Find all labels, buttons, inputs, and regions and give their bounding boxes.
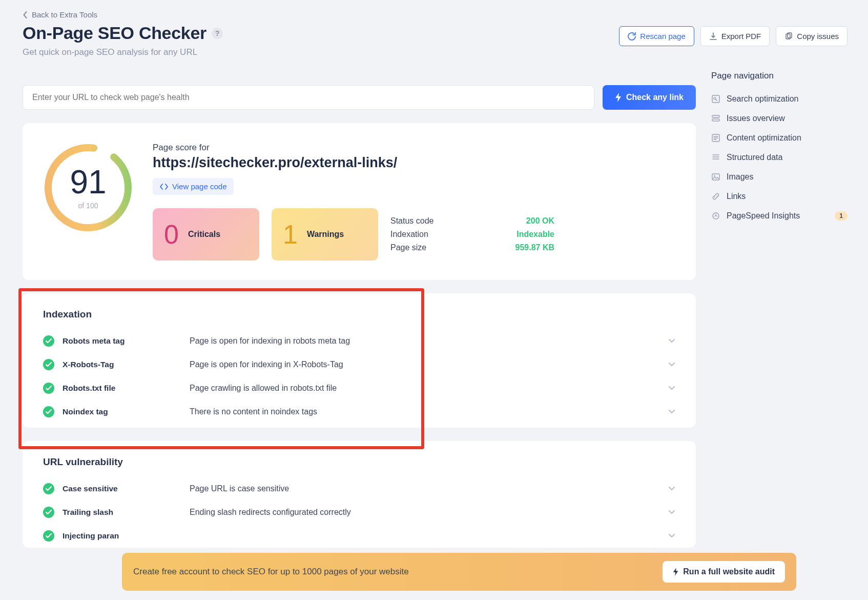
check-label: X-Robots-Tag xyxy=(63,360,181,369)
nav-item-label: PageSpeed Insights xyxy=(727,211,800,221)
nav-icon xyxy=(711,172,720,182)
download-icon xyxy=(709,32,717,41)
nav-icon xyxy=(711,114,720,123)
chevron-down-icon xyxy=(668,532,675,540)
check-desc: Page URL is case sensitive xyxy=(190,484,660,493)
svg-rect-9 xyxy=(712,174,719,180)
copy-issues-button[interactable]: Copy issues xyxy=(776,26,848,46)
svg-rect-6 xyxy=(712,115,719,117)
page-subtitle: Get quick on-page SEO analysis for any U… xyxy=(23,47,223,57)
check-label: Trailing slash xyxy=(63,508,181,517)
check-icon xyxy=(43,507,54,518)
refresh-icon xyxy=(628,32,636,41)
check-row[interactable]: Robots meta tag Page is open for indexin… xyxy=(43,329,675,353)
lightning-icon xyxy=(673,568,679,576)
score-url: https://sitechecker.pro/external-links/ xyxy=(153,155,675,171)
nav-icon xyxy=(711,211,720,221)
nav-item-label: Images xyxy=(727,172,753,182)
nav-item-label: Content optimization xyxy=(727,133,801,143)
chevron-down-icon xyxy=(668,337,675,345)
nav-badge: 1 xyxy=(835,211,848,221)
check-label: Robots meta tag xyxy=(63,336,181,346)
view-page-code-button[interactable]: View page code xyxy=(153,178,234,195)
check-desc: There is no content in noindex tags xyxy=(190,407,660,416)
url-input[interactable] xyxy=(23,85,594,110)
chevron-down-icon xyxy=(668,361,675,369)
nav-icon xyxy=(711,94,720,104)
chevron-down-icon xyxy=(668,408,675,416)
section-title-url-vuln: URL vulnerability xyxy=(43,456,675,468)
score-label: Page score for xyxy=(153,143,675,153)
nav-item[interactable]: Content optimization xyxy=(711,128,848,148)
check-row[interactable]: Injecting paran xyxy=(43,524,675,548)
check-desc: Page is open for indexing in robots meta… xyxy=(190,336,660,346)
check-icon xyxy=(43,483,54,494)
nav-title: Page navigation xyxy=(711,71,848,81)
nav-item-label: Search optimization xyxy=(727,94,799,104)
back-link[interactable]: Back to Extra Tools xyxy=(23,6,97,21)
nav-item[interactable]: Structured data xyxy=(711,148,848,167)
check-row[interactable]: Noindex tag There is no content in noind… xyxy=(43,400,675,424)
criticals-box[interactable]: 0 Criticals xyxy=(153,208,259,261)
check-desc: Page is open for indexing in X-Robots-Ta… xyxy=(190,360,660,369)
check-icon xyxy=(43,530,54,542)
section-title-indexation: Indexation xyxy=(43,309,675,320)
help-icon[interactable]: ? xyxy=(212,28,223,39)
copy-icon xyxy=(784,32,793,41)
nav-item[interactable]: Links xyxy=(711,187,848,206)
rescan-button[interactable]: Rescan page xyxy=(619,26,694,46)
back-link-label: Back to Extra Tools xyxy=(32,10,97,19)
cta-text: Create free account to check SEO for up … xyxy=(133,567,409,577)
score-of: of 100 xyxy=(78,202,98,210)
check-row[interactable]: Case sensitive Page URL is case sensitiv… xyxy=(43,477,675,501)
cta-bar: Create free account to check SEO for up … xyxy=(122,553,796,591)
check-icon xyxy=(43,383,54,394)
export-pdf-button[interactable]: Export PDF xyxy=(700,26,770,46)
warnings-box[interactable]: 1 Warnings xyxy=(272,208,378,261)
nav-item-label: Structured data xyxy=(727,153,782,162)
check-desc: Ending slash redirects configurated corr… xyxy=(190,508,660,517)
svg-rect-7 xyxy=(712,119,719,121)
nav-icon xyxy=(711,153,720,162)
check-link-button[interactable]: Check any link xyxy=(603,85,696,110)
chevron-left-icon xyxy=(23,11,28,18)
check-row[interactable]: X-Robots-Tag Page is open for indexing i… xyxy=(43,353,675,376)
check-icon xyxy=(43,406,54,417)
check-label: Case sensitive xyxy=(63,484,181,493)
score-card: 91 of 100 Page score for https://siteche… xyxy=(23,123,696,280)
check-icon xyxy=(43,335,54,347)
check-icon xyxy=(43,359,54,370)
nav-item[interactable]: PageSpeed Insights 1 xyxy=(711,206,848,226)
score-value: 91 xyxy=(70,166,106,198)
check-row[interactable]: Robots.txt file Page crawling is allowed… xyxy=(43,376,675,400)
status-grid: Status code200 OK IndexationIndexable Pa… xyxy=(390,208,554,261)
check-desc: Page crawling is allowed in robots.txt f… xyxy=(190,384,660,393)
check-row[interactable]: Trailing slash Ending slash redirects co… xyxy=(43,501,675,524)
check-label: Robots.txt file xyxy=(63,384,181,393)
url-vulnerability-card: URL vulnerability Case sensitive Page UR… xyxy=(23,441,696,548)
nav-item[interactable]: Search optimization xyxy=(711,89,848,109)
page-navigation: Page navigation Search optimization Issu… xyxy=(711,71,848,226)
page-title: On-Page SEO Checker ? xyxy=(23,23,223,43)
indexation-card: Indexation Robots meta tag Page is open … xyxy=(23,293,696,428)
lightning-icon xyxy=(615,93,622,102)
svg-point-5 xyxy=(714,97,716,99)
chevron-down-icon xyxy=(668,485,675,493)
nav-icon xyxy=(711,133,720,143)
nav-item-label: Issues overview xyxy=(727,114,785,123)
check-label: Noindex tag xyxy=(63,407,181,416)
chevron-down-icon xyxy=(668,384,675,392)
nav-icon xyxy=(711,192,720,201)
chevron-down-icon xyxy=(668,508,675,516)
check-label: Injecting paran xyxy=(63,531,181,541)
svg-point-10 xyxy=(714,175,715,177)
nav-item-label: Links xyxy=(727,192,746,201)
nav-item[interactable]: Issues overview xyxy=(711,109,848,128)
nav-item[interactable]: Images xyxy=(711,167,848,187)
run-audit-button[interactable]: Run a full website audit xyxy=(663,561,785,583)
code-icon xyxy=(160,183,168,190)
score-ring: 91 of 100 xyxy=(43,143,133,233)
